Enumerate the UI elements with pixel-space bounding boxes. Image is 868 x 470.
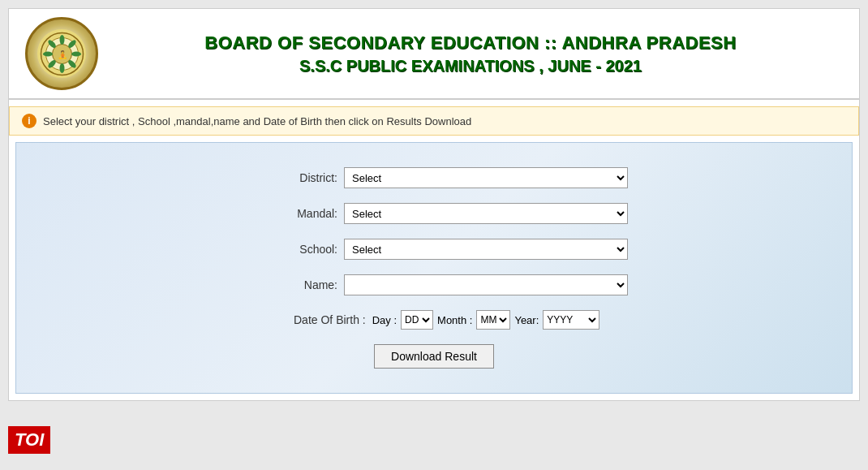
school-label: School: [240,243,337,256]
header: 🧘 BOARD OF SECONDARY EDUCATION :: ANDHRA… [9,9,859,100]
dob-day-label: Day : [372,314,397,326]
dob-day-select[interactable]: DD 01020304 05060708 09101112 13141516 1… [401,310,433,330]
info-bar: i Select your district , School ,mandal,… [9,106,859,136]
svg-text:🧘: 🧘 [57,50,67,60]
dob-controls: Day : DD 01020304 05060708 09101112 1314… [372,310,600,330]
download-result-button[interactable]: Download Result [374,344,494,369]
info-message: Select your district , School ,mandal,na… [43,115,471,127]
school-select[interactable]: Select [344,239,628,260]
toi-badge: TOI [8,426,50,454]
mandal-row: Mandal: Select [32,203,836,224]
name-label: Name: [240,278,337,291]
svg-point-3 [59,35,64,45]
name-select[interactable] [344,274,628,295]
logo: 🧘 [25,17,98,90]
header-text: BOARD OF SECONDARY EDUCATION :: ANDHRA P… [98,32,843,75]
district-row: District: Select [32,167,836,188]
download-btn-row: Download Result [32,344,836,369]
header-title-1: BOARD OF SECONDARY EDUCATION :: ANDHRA P… [114,32,827,54]
district-label: District: [240,171,337,184]
dob-month-label: Month : [437,314,472,326]
dob-year-label: Year: [514,314,539,326]
district-select[interactable]: Select [344,167,628,188]
mandal-label: Mandal: [240,207,337,220]
header-title-2: S.S.C PUBLIC EXAMINATIONS , JUNE - 2021 [114,57,827,75]
dob-row: Date Of Birth : Day : DD 01020304 050607… [32,310,836,330]
dob-year-select[interactable]: YYYY 2000200120022003 2004200520062007 [543,310,599,330]
svg-point-5 [71,51,81,56]
dob-label: Date Of Birth : [269,313,366,326]
mandal-select[interactable]: Select [344,203,628,224]
name-row: Name: [32,274,836,295]
form-area: District: Select Mandal: Select School: … [15,142,853,394]
svg-point-9 [43,51,53,56]
dob-month-select[interactable]: MM 01020304 05060708 09101112 [476,310,510,330]
svg-point-7 [59,63,64,73]
school-row: School: Select [32,239,836,260]
info-icon: i [22,114,37,128]
logo-inner: 🧘 [37,29,86,78]
